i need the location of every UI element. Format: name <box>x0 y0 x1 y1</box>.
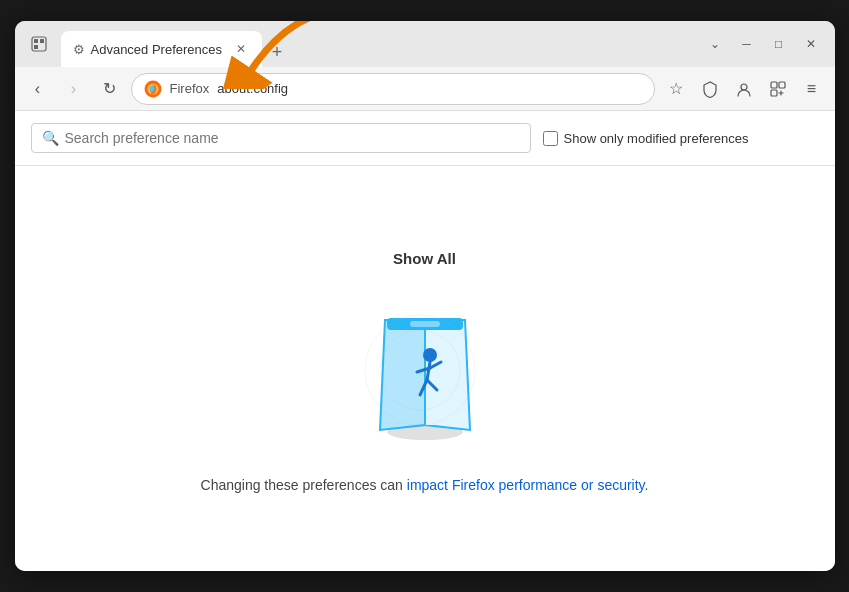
content-area: 🔍 Show only modified preferences Show Al… <box>15 111 835 571</box>
extensions-button[interactable] <box>763 74 793 104</box>
modified-preferences-label: Show only modified preferences <box>564 131 749 146</box>
show-all-button[interactable]: Show All <box>377 242 472 275</box>
address-text: about:config <box>217 81 641 96</box>
minimize-button[interactable]: ─ <box>733 30 761 58</box>
caption-highlight: impact Firefox performance or security <box>407 477 645 493</box>
svg-rect-9 <box>771 82 777 88</box>
firefox-label: Firefox <box>170 81 210 96</box>
svg-point-13 <box>380 330 460 410</box>
close-button[interactable]: ✕ <box>797 30 825 58</box>
back-button[interactable]: ‹ <box>23 74 53 104</box>
svg-rect-2 <box>40 39 44 43</box>
nav-bar: ‹ › ↻ Firefox about:config <box>15 67 835 111</box>
title-bar: ⚙ Advanced Preferences ✕ + ⌄ ─ □ ✕ <box>15 21 835 67</box>
account-button[interactable] <box>729 74 759 104</box>
firefox-logo-icon <box>144 80 162 98</box>
main-content: Show All <box>15 166 835 571</box>
svg-rect-11 <box>771 90 777 96</box>
search-input-wrapper[interactable]: 🔍 <box>31 123 531 153</box>
tab-close-button[interactable]: ✕ <box>232 40 250 58</box>
address-bar[interactable]: Firefox about:config <box>131 73 655 105</box>
svg-rect-3 <box>34 45 38 49</box>
tab-bar: ⚙ Advanced Preferences ✕ + <box>61 21 693 67</box>
modified-preferences-checkbox[interactable] <box>543 131 558 146</box>
modified-preferences-control: Show only modified preferences <box>543 131 749 146</box>
tab-label: Advanced Preferences <box>91 42 223 57</box>
browser-icon-btn[interactable] <box>25 30 53 58</box>
warning-illustration <box>345 295 505 455</box>
forward-button[interactable]: › <box>59 74 89 104</box>
search-bar: 🔍 Show only modified preferences <box>15 111 835 166</box>
bookmark-button[interactable]: ☆ <box>661 74 691 104</box>
title-bar-right: ⌄ ─ □ ✕ <box>701 30 825 58</box>
menu-button[interactable]: ≡ <box>797 74 827 104</box>
dropdown-button[interactable]: ⌄ <box>701 30 729 58</box>
search-icon: 🔍 <box>42 130 59 146</box>
warning-caption: Changing these preferences can impact Fi… <box>201 475 649 496</box>
svg-rect-1 <box>34 39 38 43</box>
refresh-button[interactable]: ↻ <box>95 74 125 104</box>
active-tab[interactable]: ⚙ Advanced Preferences ✕ <box>61 31 263 67</box>
svg-point-12 <box>365 315 475 425</box>
browser-window: ⚙ Advanced Preferences ✕ + ⌄ ─ □ ✕ ‹ › ↻ <box>15 21 835 571</box>
svg-rect-0 <box>32 37 46 51</box>
window-controls <box>25 30 53 58</box>
new-tab-button[interactable]: + <box>262 37 292 67</box>
background-decoration <box>355 305 485 435</box>
svg-rect-10 <box>779 82 785 88</box>
maximize-button[interactable]: □ <box>765 30 793 58</box>
search-input[interactable] <box>65 130 520 146</box>
nav-right: ☆ ≡ <box>661 74 827 104</box>
shield-button[interactable] <box>695 74 725 104</box>
tab-settings-icon: ⚙ <box>73 42 85 57</box>
svg-point-8 <box>741 84 747 90</box>
